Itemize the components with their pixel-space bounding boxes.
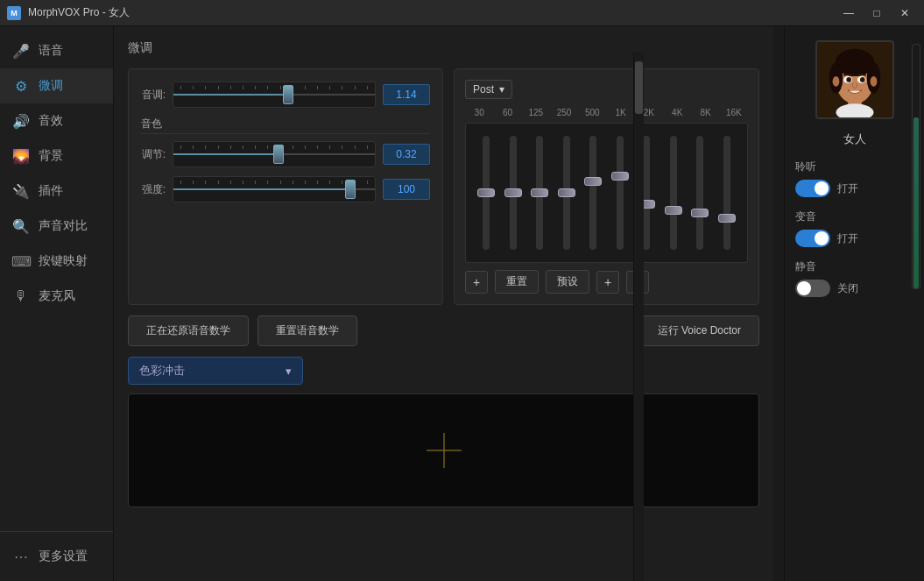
eq-thumb-60[interactable] [504,188,522,197]
adjust-label: 调节: [141,147,166,162]
strength-thumb[interactable] [345,180,356,199]
adjust-thumb[interactable] [273,145,284,164]
mute-knob [797,281,811,295]
sidebar-label-more: 更多设置 [39,549,88,564]
cross-vertical [443,433,445,468]
sidebar-item-keybind[interactable]: ⌨ 按键映射 [0,244,113,279]
compare-icon: 🔍 [12,217,30,235]
morph-toggle[interactable] [795,230,830,247]
sidebar-item-finetune[interactable]: ⚙ 微调 [0,68,113,103]
sidebar-item-mic[interactable]: 🎙 麦克风 [0,279,113,314]
scrollbar[interactable] [633,53,644,581]
mute-toggle[interactable] [795,280,830,297]
main-layout: 🎤 语音 ⚙ 微调 🔊 音效 🌄 背景 🔌 插件 🔍 声音对比 ⌨ [0,26,924,581]
volume-bar-fill [913,117,919,288]
eq-thumb-125[interactable] [531,188,548,197]
pitch-slider[interactable] [173,81,376,108]
page-title: 微调 [128,40,759,56]
avatar-name: 女人 [843,131,866,147]
close-button[interactable]: ✕ [892,4,917,22]
eq-thumb-250[interactable] [558,188,575,197]
eq-slider-16K[interactable] [723,136,730,250]
pitch-value[interactable]: 1.14 [383,84,430,105]
eq-slider-2K[interactable] [643,136,650,250]
eq-freq-16k: 16K [723,108,744,117]
eq-plus-button[interactable]: + [596,271,619,294]
effects-dropdown-arrow: ▾ [286,365,292,378]
eq-thumb-4K[interactable] [665,206,682,215]
sidebar-item-effects[interactable]: 🔊 音效 [0,103,113,138]
titlebar-left: M MorphVOX Pro - 女人 [7,5,130,20]
mute-label: 静音 [795,259,913,274]
restore-button[interactable]: 正在还原语音数学 [128,315,249,346]
effects-dropdown[interactable]: 色彩冲击 ▾ [128,357,303,385]
sidebar-label-voice: 语音 [39,43,63,59]
sidebar-item-more[interactable]: ⋯ 更多设置 [0,539,113,574]
sidebar-label-background: 背景 [39,148,63,164]
timbre-section-title: 音色 [141,117,430,134]
eq-slider-4K[interactable] [670,136,677,250]
eq-thumb-500[interactable] [584,177,602,186]
adjust-value[interactable]: 0.32 [383,144,430,165]
pitch-label: 音调: [141,88,166,103]
eq-freq-500: 500 [582,108,603,117]
eq-reset-button[interactable]: 重置 [495,270,539,294]
eq-slider-500[interactable] [589,136,596,250]
eq-slider-125[interactable] [536,136,543,250]
mute-section: 静音 关闭 [795,259,913,297]
right-panel: 女人 聆听 打开 变音 打开 静音 [784,26,924,581]
pitch-ticks [180,86,368,89]
keybind-icon: ⌨ [12,252,30,270]
eq-bar-col-8K [690,127,709,259]
volume-bar-container [912,44,920,289]
sidebar-label-compare: 声音对比 [39,218,88,234]
voice-doctor-button[interactable]: 运行 Voice Doctor [639,315,759,346]
eq-thumb-30[interactable] [477,188,495,197]
sidebar-item-voice[interactable]: 🎤 语音 [0,33,113,68]
action-buttons-row: 正在还原语音数学 重置语音数学 运行 Voice Doctor [128,315,759,346]
eq-slider-1K[interactable] [617,136,624,250]
strength-slider[interactable] [173,176,376,202]
eq-add-button[interactable]: + [465,271,488,294]
eq-bar-col-500 [583,127,603,259]
eq-slider-60[interactable] [510,136,517,250]
listen-toggle[interactable] [795,180,830,197]
background-icon: 🌄 [12,147,30,165]
svg-point-14 [861,79,864,81]
eq-controls: + 重置 预设 + - [465,270,748,294]
strength-label: 强度: [141,182,166,197]
eq-slider-250[interactable] [563,136,570,250]
eq-slider-8K[interactable] [696,136,703,250]
eq-bars [465,123,748,263]
panel-pitch-timbre: 音调: [128,68,443,305]
eq-freq-4k: 4K [667,108,688,117]
sidebar-label-effects: 音效 [39,113,63,129]
eq-thumb-1K[interactable] [611,172,629,181]
morph-label: 变音 [795,209,913,224]
sidebar-item-plugins[interactable]: 🔌 插件 [0,174,113,209]
eq-freq-labels: 30 60 125 250 500 1K 2K 4K 8K 16K [465,108,748,117]
eq-bar-col-1K [610,127,630,259]
eq-thumb-8K[interactable] [691,209,709,217]
morph-section: 变音 打开 [795,209,913,247]
adjust-slider[interactable] [173,141,376,167]
scroll-thumb[interactable] [635,61,643,114]
eq-freq-250: 250 [554,108,575,117]
sidebar-item-background[interactable]: 🌄 背景 [0,138,113,174]
maximize-button[interactable]: □ [864,4,889,22]
content-area: 微调 音调: [114,26,773,581]
sidebar-item-compare[interactable]: 🔍 声音对比 [0,209,113,244]
eq-preset-button[interactable]: 预设 [546,270,589,294]
eq-freq-1k: 1K [610,108,631,117]
effects-dropdown-label: 色彩冲击 [139,363,185,379]
eq-mode-dropdown[interactable]: Post ▾ [465,80,512,99]
avatar-image [817,41,892,118]
eq-slider-30[interactable] [483,136,490,250]
eq-thumb-16K[interactable] [718,214,736,223]
minimize-button[interactable]: — [836,4,861,22]
reset-button[interactable]: 重置语音数学 [257,315,357,346]
pitch-track [173,94,375,96]
morph-status: 打开 [837,231,858,246]
strength-value[interactable]: 100 [383,179,430,200]
pitch-thumb[interactable] [283,85,293,104]
